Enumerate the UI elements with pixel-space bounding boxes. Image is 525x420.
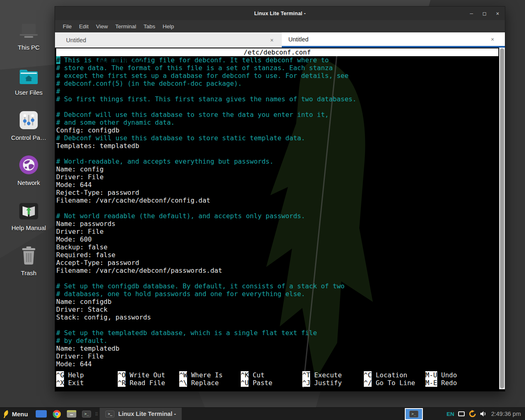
- terminal-scrollbar[interactable]: [499, 48, 505, 389]
- minimize-button[interactable]: –: [470, 11, 473, 16]
- terminal-window: Linux Lite Terminal - – □ ✕ FileEditView…: [55, 6, 505, 392]
- editor-line: [56, 321, 498, 329]
- menu-item-view[interactable]: View: [92, 22, 112, 31]
- editor-line: Stack: config, passwords: [56, 313, 498, 321]
- desktop-icon-label: User Files: [15, 89, 43, 96]
- nano-shortcut: ^C Location: [364, 371, 425, 379]
- editor-line: # Set up the configdb database. By defau…: [56, 282, 498, 290]
- editor-line: [56, 274, 498, 282]
- laptop-icon: [18, 23, 39, 41]
- trash-icon: [21, 246, 37, 267]
- tab-label: Untitled: [288, 36, 490, 43]
- nano-shortcut: ^O Write Out: [118, 371, 179, 379]
- desktop-icon-trash[interactable]: Trash: [3, 235, 54, 280]
- editor-line: Config: configdb: [56, 126, 498, 134]
- file-manager-icon[interactable]: [67, 410, 76, 418]
- desktop-icon-control-panel[interactable]: Control Pa…: [3, 99, 54, 144]
- nano-shortcut: ^U Paste: [241, 379, 302, 387]
- tab-untitled-2[interactable]: Untitled ×: [282, 32, 505, 48]
- editor-line: Mode: 644: [56, 181, 498, 189]
- tab-untitled-1[interactable]: Untitled ×: [55, 32, 282, 48]
- menu-item-tabs[interactable]: Tabs: [140, 22, 159, 31]
- desktop-icon-network[interactable]: Network: [3, 144, 54, 189]
- editor-line: # databases, one to hold passwords and o…: [56, 290, 498, 298]
- editor-line: # except the first sets up a database fo…: [56, 72, 498, 80]
- editor-line: Name: passwords: [56, 220, 498, 228]
- keyboard-layout-indicator[interactable]: EN: [447, 411, 454, 417]
- control-panel-icon: [19, 111, 38, 131]
- terminal-launcher-icon[interactable]: >_: [82, 411, 91, 418]
- terminal-pane[interactable]: GNU nano 7.2 /etc/debconf.conf # This is…: [55, 48, 505, 389]
- nano-shortcut: ^T Execute: [302, 371, 364, 379]
- window-titlebar[interactable]: Linux Lite Terminal - – □ ✕: [55, 7, 505, 20]
- editor-line: #: [56, 87, 498, 95]
- menu-item-terminal[interactable]: Terminal: [112, 22, 140, 31]
- editor-line: Name: configdb: [56, 298, 498, 306]
- tab-close-icon[interactable]: ×: [490, 36, 495, 43]
- menu-button[interactable]: Menu: [12, 411, 28, 418]
- menu-item-edit[interactable]: Edit: [75, 22, 92, 31]
- maximize-button[interactable]: □: [483, 11, 486, 16]
- editor-line: Required: false: [56, 251, 498, 259]
- clock[interactable]: 2:49:36 pm: [491, 411, 521, 417]
- editor-line: # Set up the templatedb database, which …: [56, 329, 498, 337]
- editor-line: Mode: 600: [56, 235, 498, 243]
- updates-tray-icon[interactable]: [468, 410, 477, 418]
- chrome-icon[interactable]: [52, 410, 61, 418]
- editor-text-area[interactable]: # This is the main config file for debco…: [56, 56, 498, 368]
- desktop-icon-label: Network: [17, 179, 40, 186]
- editor-line: Backup: false: [56, 243, 498, 251]
- linux-lite-logo-icon[interactable]: [3, 410, 9, 418]
- editor-line: Name: config: [56, 165, 498, 173]
- tab-bar: Untitled × Untitled ×: [55, 32, 505, 48]
- desktop-icon-label: Trash: [21, 269, 37, 276]
- editor-line: [56, 204, 498, 212]
- tab-close-icon[interactable]: ×: [269, 37, 274, 43]
- desktop-icon-user-files[interactable]: User Files: [3, 54, 54, 99]
- folder-home-icon: [19, 69, 39, 86]
- nano-shortcut: ^W Where Is: [179, 371, 241, 379]
- editor-line: Driver: Stack: [56, 306, 498, 313]
- nano-titlebar: GNU nano 7.2 /etc/debconf.conf: [56, 48, 498, 56]
- menu-bar: FileEditViewTerminalTabsHelp: [55, 20, 505, 32]
- menu-item-help[interactable]: Help: [159, 22, 178, 31]
- volume-icon[interactable]: [480, 411, 487, 417]
- display-tray-icon[interactable]: [458, 411, 465, 416]
- editor-line: Name: templatedb: [56, 345, 498, 352]
- taskbar-window-label: Linux Lite Terminal -: [118, 411, 176, 417]
- editor-line: # So first things first. This first stan…: [56, 95, 498, 103]
- editor-line: Filename: /var/cache/debconf/passwords.d…: [56, 267, 498, 274]
- desktop-icon-column: This PC User Files: [3, 9, 54, 280]
- panel-drag-handle[interactable]: ⁞⁞: [95, 412, 98, 416]
- editor-line: # Not world readable (the default), and …: [56, 212, 498, 220]
- desktop-icon-this-pc[interactable]: This PC: [3, 9, 54, 54]
- desktop-icon-help-manual[interactable]: Help Manual: [3, 189, 54, 235]
- nano-version: GNU nano 7.2: [88, 56, 143, 64]
- taskbar-window-button[interactable]: >_ Linux Lite Terminal -: [100, 408, 182, 420]
- editor-line: Driver: File: [56, 228, 498, 235]
- editor-line: Driver: File: [56, 173, 498, 181]
- editor-line: Reject-Type: password: [56, 189, 498, 196]
- nano-shortcut: ^K Cut: [241, 371, 302, 379]
- tray-terminal-icon[interactable]: >_: [405, 408, 423, 420]
- taskbar: Menu >_ ⁞⁞ >_ Linux Lite Terminal - >_ E…: [0, 407, 525, 420]
- editor-line: # World-readable, and accepts everything…: [56, 158, 498, 165]
- nano-shortcut: ^/ Go To Line: [364, 379, 425, 387]
- editor-line: # Debconf will use this database to stor…: [56, 111, 498, 119]
- nano-shortcut: ^X Exit: [56, 379, 118, 387]
- editor-line: Driver: File: [56, 352, 498, 360]
- desktop-icon-label: Help Manual: [11, 224, 46, 231]
- menu-item-file[interactable]: File: [59, 22, 75, 31]
- scrollbar-thumb[interactable]: [500, 48, 504, 388]
- editor-line: # Debconf will use this database to stor…: [56, 134, 498, 142]
- close-button[interactable]: ✕: [496, 11, 499, 16]
- editor-line: Templates: templatedb: [56, 142, 498, 150]
- desktop-icon-label: This PC: [18, 44, 39, 51]
- window-title: Linux Lite Terminal -: [254, 11, 306, 16]
- editor-line: Accept-Type: password: [56, 259, 498, 267]
- workspace-pager[interactable]: [36, 410, 47, 418]
- editor-line: # by default.: [56, 337, 498, 345]
- tab-label: Untitled: [66, 37, 269, 43]
- nano-shortcut: M-U Undo: [425, 371, 457, 379]
- nano-shortcut-bar: ^G Help^X Exit^O Write Out^R Read File^W…: [56, 371, 498, 387]
